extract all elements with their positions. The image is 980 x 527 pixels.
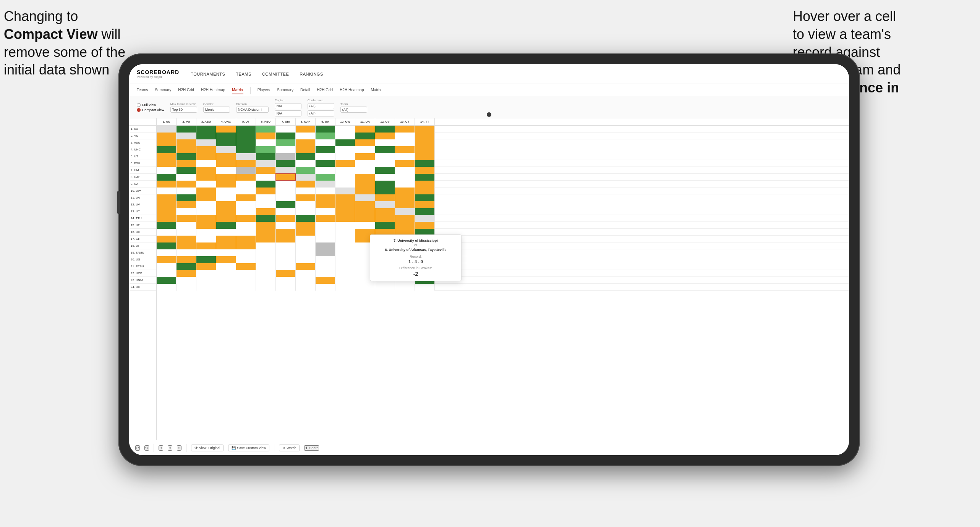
- grid-cell[interactable]: [296, 229, 316, 236]
- grid-cell[interactable]: [216, 167, 236, 174]
- grid-cell[interactable]: [177, 181, 196, 188]
- nav-rankings[interactable]: RANKINGS: [300, 70, 323, 78]
- grid-cell[interactable]: [196, 146, 216, 153]
- grid-cell[interactable]: [157, 242, 177, 249]
- grid-cell[interactable]: [157, 270, 177, 277]
- grid-cell[interactable]: [316, 249, 335, 256]
- grid-cell[interactable]: [157, 181, 177, 188]
- grid-cell[interactable]: [157, 201, 177, 208]
- grid-cell[interactable]: [355, 208, 375, 215]
- grid-cell[interactable]: [177, 284, 196, 291]
- grid-cell[interactable]: [177, 222, 196, 229]
- grid-cell[interactable]: [216, 160, 236, 167]
- grid-cell[interactable]: [395, 201, 415, 208]
- grid-cell[interactable]: [296, 133, 316, 139]
- grid-cell[interactable]: [335, 236, 355, 242]
- grid-cell[interactable]: [196, 188, 216, 194]
- grid-cell[interactable]: [335, 256, 355, 263]
- grid-cell[interactable]: [316, 201, 335, 208]
- grid-cell[interactable]: [355, 146, 375, 153]
- grid-cell[interactable]: [395, 194, 415, 201]
- grid-cell[interactable]: [296, 270, 316, 277]
- grid-cell[interactable]: [157, 277, 177, 284]
- grid-cell[interactable]: [216, 153, 236, 160]
- grid-cell[interactable]: [296, 284, 316, 291]
- grid-cell[interactable]: [355, 188, 375, 194]
- grid-cell[interactable]: [375, 208, 395, 215]
- grid-cell[interactable]: [256, 146, 276, 153]
- grid-cell[interactable]: [196, 126, 216, 133]
- grid-cell[interactable]: [276, 153, 296, 160]
- grid-cell[interactable]: [395, 139, 415, 146]
- grid-cell[interactable]: [236, 194, 256, 201]
- grid-cell[interactable]: [296, 222, 316, 229]
- grid-cell[interactable]: [236, 188, 256, 194]
- grid-cell[interactable]: [216, 229, 236, 236]
- grid-cell[interactable]: [256, 188, 276, 194]
- grid-cell[interactable]: [157, 167, 177, 174]
- sub-nav-teams[interactable]: Teams: [137, 86, 148, 94]
- grid-cell[interactable]: [177, 160, 196, 167]
- grid-cell[interactable]: [256, 270, 276, 277]
- sub-nav-detail[interactable]: Detail: [300, 86, 310, 94]
- grid-cell[interactable]: [276, 242, 296, 249]
- grid-cell[interactable]: [177, 174, 196, 181]
- grid-cell[interactable]: [256, 249, 276, 256]
- grid-cell[interactable]: [375, 215, 395, 222]
- grid-cell[interactable]: [335, 249, 355, 256]
- grid-cell[interactable]: [276, 236, 296, 242]
- grid-cell[interactable]: [395, 181, 415, 188]
- sub-nav-summary2[interactable]: Summary: [277, 86, 293, 94]
- grid-cell[interactable]: [177, 194, 196, 201]
- grid-cell[interactable]: [157, 284, 177, 291]
- grid-cell[interactable]: [256, 160, 276, 167]
- grid-cell[interactable]: [157, 256, 177, 263]
- grid-cell[interactable]: [335, 194, 355, 201]
- grid-cell[interactable]: [355, 215, 375, 222]
- grid-cell[interactable]: [276, 126, 296, 133]
- grid-cell[interactable]: [355, 174, 375, 181]
- grid-cell[interactable]: [256, 284, 276, 291]
- grid-cell[interactable]: [177, 188, 196, 194]
- conference-select2[interactable]: (All): [308, 110, 334, 116]
- grid-cell[interactable]: [296, 146, 316, 153]
- grid-cell[interactable]: [157, 208, 177, 215]
- watch-button[interactable]: ⊚ Watch: [279, 445, 300, 451]
- grid-cell[interactable]: [355, 194, 375, 201]
- grid-cell[interactable]: [375, 133, 395, 139]
- grid-cell[interactable]: [415, 153, 435, 160]
- undo-button[interactable]: ↩: [135, 445, 140, 451]
- grid-cell[interactable]: [296, 208, 316, 215]
- grid-cell[interactable]: [196, 160, 216, 167]
- grid-cell[interactable]: [375, 167, 395, 174]
- grid-cell[interactable]: [395, 208, 415, 215]
- grid-cell[interactable]: [276, 229, 296, 236]
- grid-cell[interactable]: [335, 284, 355, 291]
- sub-nav-matrix2[interactable]: Matrix: [371, 86, 381, 94]
- grid-cell[interactable]: [335, 277, 355, 284]
- grid-cell[interactable]: [335, 201, 355, 208]
- grid-cell[interactable]: [196, 167, 216, 174]
- grid-cell[interactable]: [177, 126, 196, 133]
- grid-cell[interactable]: [196, 284, 216, 291]
- grid-cell[interactable]: [256, 208, 276, 215]
- team-select[interactable]: (All): [340, 107, 367, 113]
- grid-cell[interactable]: [216, 146, 236, 153]
- grid-cell[interactable]: [355, 201, 375, 208]
- grid-cell[interactable]: [177, 153, 196, 160]
- grid-cell[interactable]: [216, 242, 236, 249]
- grid-cell[interactable]: [177, 215, 196, 222]
- grid-cell[interactable]: [256, 215, 276, 222]
- grid-cell[interactable]: [216, 270, 236, 277]
- grid-cell[interactable]: [395, 284, 415, 291]
- grid-cell[interactable]: [335, 208, 355, 215]
- grid-cell[interactable]: [355, 222, 375, 229]
- grid-cell[interactable]: [157, 174, 177, 181]
- grid-cell[interactable]: [157, 188, 177, 194]
- share-button[interactable]: ⬆ Share: [304, 445, 319, 451]
- grid-cell[interactable]: [196, 133, 216, 139]
- grid-cell[interactable]: [296, 242, 316, 249]
- grid-cell[interactable]: [196, 139, 216, 146]
- gender-select[interactable]: Men's: [203, 107, 230, 113]
- division-select[interactable]: NCAA Division I: [236, 107, 269, 113]
